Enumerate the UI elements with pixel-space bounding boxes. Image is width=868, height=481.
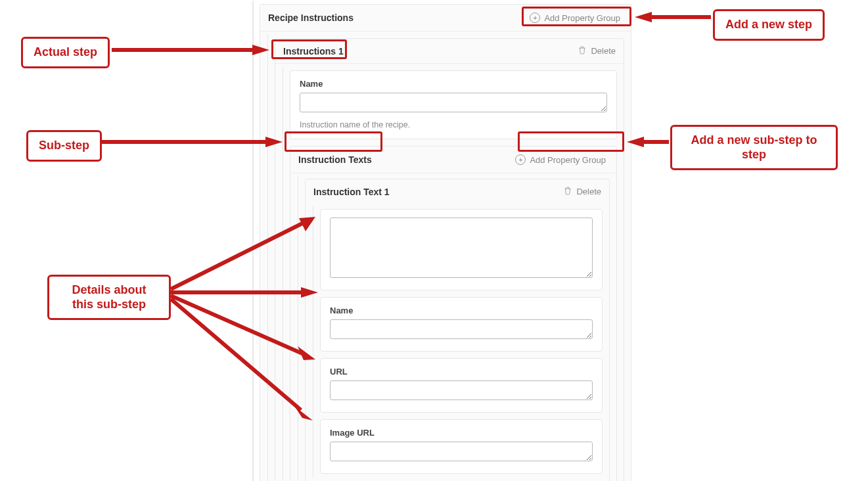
instruction-name-input[interactable] — [300, 93, 607, 112]
section-header: Recipe Instructions + Add Property Group — [260, 5, 631, 32]
instruction-text-url-card: URL — [320, 358, 603, 413]
delete-label: Delete — [576, 187, 601, 196]
delete-instruction-button[interactable]: Delete — [578, 45, 616, 57]
name-label: Name — [300, 79, 607, 89]
field-label: Name — [330, 306, 593, 315]
annotation-callout: Actual step — [21, 37, 110, 68]
instruction-group-title: Instructions 1 — [283, 46, 344, 57]
name-help-text: Instruction name of the recipe. — [300, 120, 607, 129]
annotation-callout: Sub-step — [26, 130, 102, 162]
add-property-group-sub-button[interactable]: + Add Property Group — [513, 153, 608, 166]
trash-icon — [578, 45, 587, 57]
instruction-group-header: Instructions 1 Delete — [275, 39, 624, 64]
arrow-icon — [112, 43, 269, 57]
delete-instruction-text-button[interactable]: Delete — [563, 186, 601, 197]
annotation-callout: Details about this sub-step — [47, 275, 171, 320]
annotation-callout: Add a new step — [713, 9, 825, 41]
recipe-instructions-panel: Recipe Instructions + Add Property Group… — [260, 4, 631, 481]
instruction-texts-group: Instruction Texts + Add Property Group I… — [290, 146, 617, 481]
instruction-texts-header: Instruction Texts + Add Property Group — [290, 147, 616, 173]
instruction-text-name-input[interactable] — [330, 319, 593, 339]
add-property-group-top-button[interactable]: + Add Property Group — [527, 11, 623, 24]
trash-icon — [563, 186, 572, 197]
instruction-text-bigtext-input[interactable] — [330, 218, 593, 278]
section-title: Recipe Instructions — [268, 12, 354, 23]
instruction-text-bigtext-card — [320, 209, 603, 290]
divider — [252, 1, 254, 481]
instruction-texts-title: Instruction Texts — [298, 154, 372, 165]
field-label: URL — [330, 367, 593, 377]
instruction-text-item: Instruction Text 1 Delete Name — [305, 179, 610, 481]
annotation-callout: Add a new sub-step to step — [670, 125, 838, 170]
arrow-icon — [635, 11, 711, 24]
instruction-text-imageurl-card: Image URL — [320, 419, 603, 474]
plus-circle-icon: + — [530, 12, 540, 23]
instruction-text-url-input[interactable] — [330, 380, 593, 400]
instruction-text-item-header: Instruction Text 1 Delete — [306, 179, 609, 202]
add-button-label: Add Property Group — [530, 155, 606, 165]
field-label: Image URL — [330, 428, 593, 438]
instruction-name-card: Name Instruction name of the recipe. — [290, 70, 617, 139]
add-button-label: Add Property Group — [544, 13, 620, 23]
arrow-icon — [627, 135, 669, 149]
instruction-text-item-title: Instruction Text 1 — [313, 187, 390, 197]
arrow-icon — [100, 135, 283, 149]
instruction-text-name-card: Name — [320, 297, 603, 352]
instruction-text-imageurl-input[interactable] — [330, 442, 593, 461]
svg-marker-3 — [635, 12, 652, 22]
delete-label: Delete — [591, 46, 616, 56]
plus-circle-icon: + — [515, 154, 526, 165]
instruction-group: Instructions 1 Delete Name Instruction n… — [275, 38, 624, 481]
